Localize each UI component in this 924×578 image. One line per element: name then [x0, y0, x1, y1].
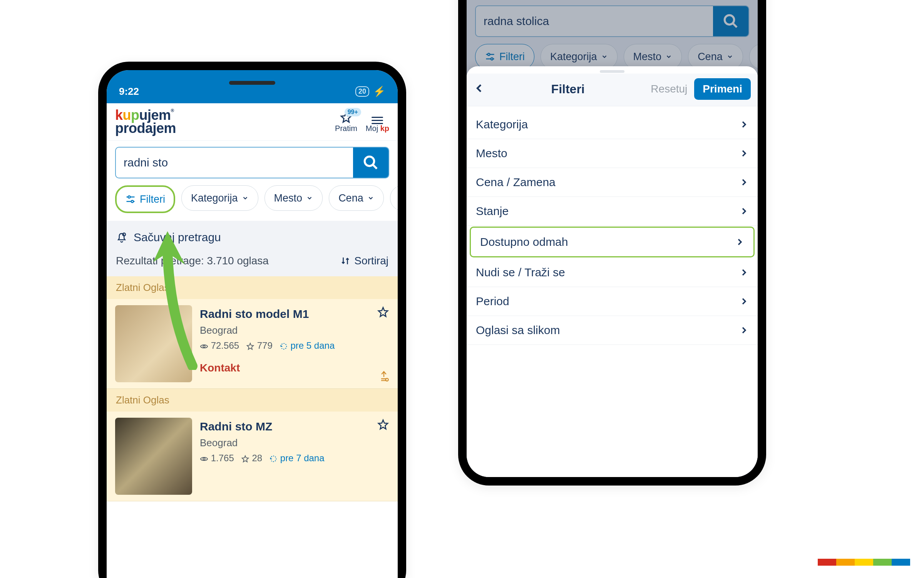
chevron-left-icon	[474, 82, 485, 94]
battery-icon: 20	[355, 86, 369, 97]
save-search-label: Sačuvaj pretragu	[134, 231, 221, 244]
filter-item-label: Kategorija	[476, 118, 528, 131]
chip-label: Mesto	[274, 192, 303, 204]
follow-badge: 99+	[345, 108, 361, 116]
filter-item-period[interactable]: Period	[467, 287, 758, 316]
chevron-right-icon	[735, 237, 744, 247]
sheet-title: Filteri	[485, 82, 651, 96]
filter-item-cena[interactable]: Cena / Zamena	[467, 168, 758, 197]
filter-item-label: Stanje	[476, 205, 509, 218]
follow-label: Pratim	[335, 124, 357, 133]
chevron-right-icon	[739, 178, 748, 187]
chevron-right-icon	[739, 297, 748, 306]
search-box[interactable]: radni sto	[115, 147, 389, 178]
gold-label: Zlatni Oglas	[107, 389, 398, 412]
filter-item-label: Oglasi sa slikom	[476, 324, 560, 337]
favorite-button[interactable]	[377, 306, 389, 320]
filter-item-slika[interactable]: Oglasi sa slikom	[467, 316, 758, 345]
follow-button[interactable]: 99+ Pratim	[335, 111, 357, 133]
svg-point-7	[203, 345, 205, 348]
filter-chip-row[interactable]: Filteri Kategorija Mesto Cena Sta	[107, 185, 398, 221]
filter-item-label: Nudi se / Traži se	[476, 266, 565, 279]
svg-point-9	[203, 458, 205, 460]
menu-label: Moj kp	[366, 124, 389, 133]
listing-stats: 1.765 28 pre 7 dana	[200, 453, 389, 464]
filter-item-label: Cena / Zamena	[476, 176, 556, 189]
chevron-right-icon	[739, 326, 748, 335]
sort-icon	[340, 256, 350, 266]
listing-title: Radni sto model M1	[200, 307, 389, 321]
bell-plus-icon	[116, 232, 127, 243]
sheet-back-button[interactable]	[474, 82, 485, 96]
phone-right: radna stolica Filteri Kategorija Mesto C…	[458, 0, 766, 486]
listing-card[interactable]: Radni sto model M1 Beograd 72.565 779 pr…	[107, 299, 398, 389]
svg-line-1	[373, 165, 377, 169]
screen-right: radna stolica Filteri Kategorija Mesto C…	[467, 0, 758, 477]
filter-item-stanje[interactable]: Stanje	[467, 197, 758, 226]
listing-location: Beograd	[200, 324, 389, 336]
search-button[interactable]	[353, 148, 388, 178]
screen-left: 9:22 20 ⚡ kupujem® prodajem 99+ Pratim	[107, 70, 398, 578]
filter-item-label: Period	[476, 295, 509, 308]
star-outline-icon	[377, 418, 389, 431]
favorite-button[interactable]	[377, 418, 389, 432]
listing-thumb[interactable]	[115, 305, 192, 382]
chip-cena[interactable]: Cena	[329, 185, 384, 211]
chevron-down-icon	[242, 195, 249, 202]
filter-item-label: Mesto	[476, 147, 507, 160]
chip-label: Filteri	[140, 193, 165, 205]
chevron-down-icon	[367, 195, 374, 202]
listing-location: Beograd	[200, 437, 389, 449]
filter-item-nudi[interactable]: Nudi se / Traži se	[467, 258, 758, 287]
filter-item-label: Dostupno odmah	[480, 235, 568, 249]
chip-mesto[interactable]: Mesto	[264, 185, 323, 211]
status-time: 9:22	[119, 86, 139, 97]
listing-price: Kontakt	[200, 362, 389, 374]
filter-item-mesto[interactable]: Mesto	[467, 139, 758, 168]
charging-icon: ⚡	[373, 86, 385, 97]
chip-stanje[interactable]: Sta	[390, 185, 398, 211]
results-count: Rezultati pretrage: 3.710 oglasa	[116, 255, 269, 267]
sheet-reset-button[interactable]: Resetuj	[651, 83, 687, 95]
listing-title: Radni sto MZ	[200, 420, 389, 433]
chip-label: Kategorija	[191, 192, 238, 204]
chevron-right-icon	[739, 268, 748, 277]
sheet-header: Filteri Resetuj Primeni	[467, 74, 758, 106]
filter-item-dostupno[interactable]: Dostupno odmah	[470, 227, 755, 257]
listing-thumb[interactable]	[115, 418, 192, 495]
filter-sheet: Filteri Resetuj Primeni Kategorija Mesto…	[467, 66, 758, 477]
chevron-down-icon	[306, 195, 313, 202]
save-search[interactable]: Sačuvaj pretragu	[107, 221, 398, 249]
search-input[interactable]: radni sto	[116, 148, 353, 178]
gold-label: Zlatni Oglas	[107, 276, 398, 299]
chip-kategorija[interactable]: Kategorija	[181, 185, 258, 211]
menu-icon	[372, 117, 383, 124]
phone-speaker	[229, 81, 275, 85]
sliders-icon	[125, 194, 136, 205]
listing-card[interactable]: Radni sto MZ Beograd 1.765 28 pre 7 dana	[107, 412, 398, 501]
refresh-icon	[280, 342, 288, 351]
sheet-handle[interactable]	[600, 70, 624, 73]
sort-button[interactable]: Sortiraj	[340, 255, 388, 267]
sheet-apply-button[interactable]: Primeni	[694, 78, 751, 100]
svg-point-4	[128, 196, 131, 198]
status-bar: 9:22 20 ⚡	[107, 70, 398, 103]
chevron-right-icon	[739, 120, 748, 129]
refresh-icon	[269, 455, 278, 463]
kp-logo[interactable]: kupujem® prodajem	[115, 109, 176, 135]
chevron-right-icon	[739, 149, 748, 158]
chip-label: Cena	[338, 192, 363, 204]
svg-point-5	[131, 200, 134, 203]
app-header: kupujem® prodajem 99+ Pratim Moj kp	[107, 103, 398, 141]
chevron-right-icon	[739, 207, 748, 216]
promo-icon	[378, 371, 389, 383]
eye-icon	[200, 342, 208, 351]
menu-button[interactable]: Moj kp	[366, 117, 389, 133]
svg-point-0	[365, 157, 374, 166]
eye-icon	[200, 455, 208, 463]
sort-label: Sortiraj	[354, 255, 388, 267]
filter-item-kategorija[interactable]: Kategorija	[467, 110, 758, 139]
search-icon	[363, 155, 379, 171]
star-outline-icon	[246, 342, 254, 351]
chip-filteri[interactable]: Filteri	[115, 185, 175, 213]
